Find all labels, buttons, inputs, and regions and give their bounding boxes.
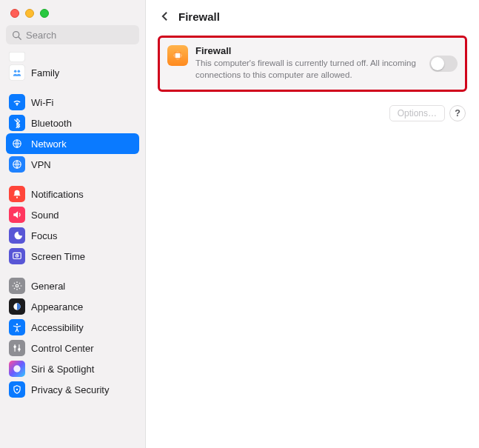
sidebar-item-label: Network <box>31 138 67 150</box>
svg-point-17 <box>16 389 18 390</box>
sidebar-item-focus[interactable]: Focus <box>6 225 139 246</box>
firewall-icon <box>167 45 188 66</box>
sidebar-list: FamilyWi-FiBluetoothNetworkVPNNotificati… <box>0 49 145 400</box>
sidebar-item-label: Focus <box>31 230 57 241</box>
sidebar-item-label: Sound <box>31 210 59 221</box>
sidebar-item-label: Screen Time <box>31 251 85 262</box>
svg-point-14 <box>14 346 16 347</box>
sidebar-item-screen-time[interactable]: Screen Time <box>6 246 139 267</box>
sidebar-item-sound[interactable]: Sound <box>6 204 139 225</box>
sidebar-item-siri-spotlight[interactable]: Siri & Spotlight <box>6 358 139 379</box>
sidebar-item-label: Wi-Fi <box>31 97 53 108</box>
window-controls <box>0 0 145 25</box>
network-icon <box>9 136 25 152</box>
sidebar-item-label: Bluetooth <box>31 118 72 129</box>
svg-point-15 <box>19 349 20 350</box>
sidebar-item-privacy-security[interactable]: Privacy & Security <box>6 379 139 400</box>
peek-icon <box>9 52 25 62</box>
sidebar-item-network[interactable]: Network <box>6 133 139 154</box>
sidebar-item-general[interactable]: General <box>6 275 139 296</box>
search-placeholder: Search <box>26 30 56 41</box>
firewall-toggle[interactable] <box>429 56 458 72</box>
zoom-window-button[interactable] <box>40 9 49 18</box>
privacy-icon <box>9 381 25 398</box>
back-button[interactable] <box>155 7 174 25</box>
sidebar-item-label: Accessibility <box>31 322 84 333</box>
svg-point-3 <box>18 70 20 73</box>
general-icon <box>9 278 25 294</box>
sidebar-item-control-center[interactable]: Control Center <box>6 338 139 358</box>
sidebar-item-label: Notifications <box>31 189 84 200</box>
appearance-icon <box>9 298 25 315</box>
firewall-card-description: This computer's firewall is currently tu… <box>195 58 425 81</box>
detail-footer: Options… ? <box>155 92 470 121</box>
svg-point-2 <box>14 70 17 73</box>
sidebar-item-label: Siri & Spotlight <box>31 364 94 375</box>
page-title: Firewall <box>178 10 220 23</box>
help-button[interactable]: ? <box>449 105 466 121</box>
options-button[interactable]: Options… <box>389 105 445 121</box>
siri-icon <box>9 361 25 377</box>
sidebar-item-family[interactable]: Family <box>6 62 139 83</box>
detail-header: Firewall <box>155 0 470 33</box>
sidebar-item-label: VPN <box>31 159 51 170</box>
focus-icon <box>9 227 25 244</box>
toggle-knob <box>431 57 444 70</box>
wifi-icon <box>9 94 25 110</box>
sidebar: Search FamilyWi-FiBluetoothNetworkVPNNot… <box>0 0 146 448</box>
firewall-card: Firewall This computer's firewall is cur… <box>158 36 467 92</box>
family-icon <box>9 64 25 81</box>
sidebar-item-label: General <box>31 281 65 292</box>
sidebar-item-label: Family <box>31 67 59 78</box>
bluetooth-icon <box>9 115 25 131</box>
close-window-button[interactable] <box>10 9 19 18</box>
sidebar-item-bluetooth[interactable]: Bluetooth <box>6 113 139 133</box>
sidebar-item-notifications[interactable]: Notifications <box>6 184 139 204</box>
sidebar-item-vpn[interactable]: VPN <box>6 154 139 175</box>
screen-time-icon <box>9 248 25 264</box>
main-content: Firewall Firewall This computer's firewa… <box>146 0 479 448</box>
sidebar-item-appearance[interactable]: Appearance <box>6 296 139 317</box>
search-input[interactable]: Search <box>6 25 139 44</box>
svg-point-16 <box>13 365 20 372</box>
svg-point-9 <box>16 284 19 287</box>
svg-point-6 <box>16 197 18 198</box>
notifications-icon <box>9 186 25 202</box>
svg-line-1 <box>19 36 21 39</box>
sidebar-item-accessibility[interactable]: Accessibility <box>6 317 139 338</box>
chevron-left-icon <box>161 11 168 21</box>
control-center-icon <box>9 340 25 356</box>
sidebar-item-peek[interactable] <box>6 50 139 62</box>
firewall-card-title: Firewall <box>195 45 425 56</box>
sound-icon <box>9 207 25 223</box>
accessibility-icon <box>9 319 25 335</box>
sidebar-item-label: Control Center <box>31 343 94 354</box>
sidebar-item-label: Appearance <box>31 301 83 312</box>
search-icon <box>12 30 21 40</box>
minimize-window-button[interactable] <box>25 9 34 18</box>
sidebar-item-label: Privacy & Security <box>31 384 109 395</box>
vpn-icon <box>9 156 25 173</box>
sidebar-item-wi-fi[interactable]: Wi-Fi <box>6 92 139 113</box>
svg-point-11 <box>16 324 18 325</box>
